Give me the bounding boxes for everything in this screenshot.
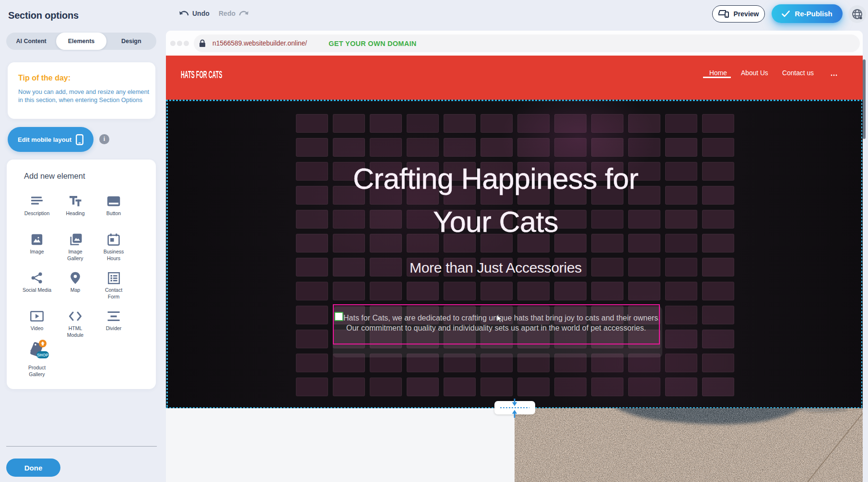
svg-text:SHOP: SHOP <box>37 353 48 357</box>
